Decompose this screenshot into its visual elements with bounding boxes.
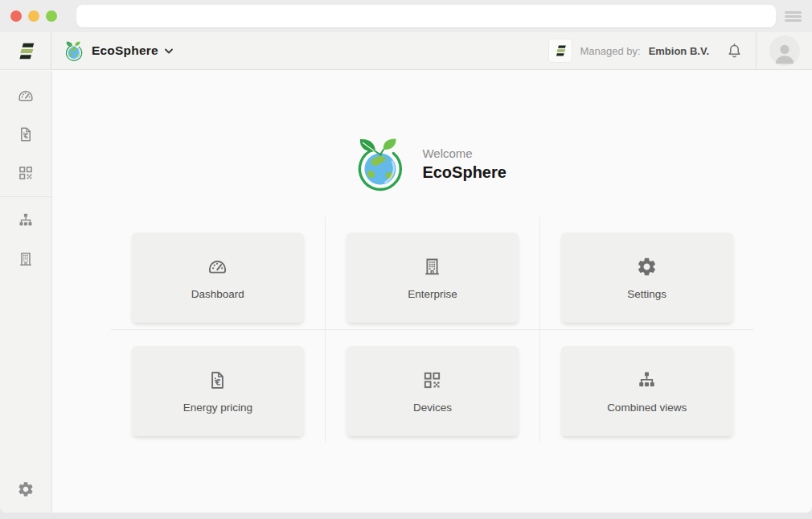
sidebar-item-combined-views[interactable]: [0, 201, 51, 240]
ecosphere-logo-icon: [64, 40, 85, 62]
tile-label: Dashboard: [191, 288, 244, 300]
tile-combined-views[interactable]: Combined views: [561, 346, 733, 436]
qr-grid-icon: [17, 164, 35, 182]
gauge-icon: [207, 256, 228, 278]
hamburger-menu-icon[interactable]: [785, 11, 802, 22]
document-euro-icon: [17, 126, 35, 143]
app-header: EcoSphere Managed by: Embion B.V.: [0, 32, 812, 70]
tile-label: Enterprise: [408, 288, 457, 300]
window-controls: [10, 10, 57, 22]
tile-devices[interactable]: Devices: [347, 346, 519, 436]
sidebar-item-enterprise[interactable]: [0, 240, 51, 278]
workspace-name: EcoSphere: [92, 43, 158, 58]
address-bar[interactable]: [76, 5, 776, 27]
welcome-greeting: Welcome: [422, 146, 506, 160]
managed-by-value: Embion B.V.: [649, 45, 709, 57]
notifications-button[interactable]: [725, 42, 744, 60]
sidebar-item-settings[interactable]: [0, 470, 51, 509]
embion-mini-logo-icon: [549, 39, 572, 62]
embion-logo-icon: [0, 32, 51, 69]
managed-by-label: Managed by:: [580, 45, 640, 57]
gear-icon: [636, 256, 658, 278]
browser-chrome: [0, 0, 812, 32]
tile-enterprise[interactable]: Enterprise: [347, 233, 519, 323]
welcome-workspace-name: EcoSphere: [422, 163, 506, 182]
tile-label: Combined views: [607, 402, 687, 414]
sidebar: [0, 71, 52, 513]
qr-grid-icon: [421, 369, 443, 391]
user-avatar[interactable]: [769, 35, 800, 66]
ecosphere-logo: [351, 135, 409, 193]
document-euro-icon: [207, 369, 228, 391]
tile-label: Settings: [627, 288, 666, 300]
tile-label: Energy pricing: [183, 402, 252, 414]
chevron-down-icon: [165, 48, 173, 54]
window-zoom-button[interactable]: [46, 10, 57, 22]
sidebar-item-dashboard[interactable]: [0, 76, 51, 115]
gauge-icon: [17, 87, 35, 105]
tile-energy-pricing[interactable]: Energy pricing: [132, 346, 304, 436]
workspace-switcher[interactable]: EcoSphere: [64, 32, 173, 69]
sitemap-icon: [636, 369, 658, 391]
window-close-button[interactable]: [10, 10, 22, 22]
tile-label: Devices: [413, 402, 452, 414]
sidebar-item-energy-pricing[interactable]: [0, 115, 51, 154]
sidebar-item-devices[interactable]: [0, 154, 51, 192]
building-icon: [421, 256, 443, 278]
person-icon: [772, 40, 798, 66]
managed-by: Managed by: Embion B.V.: [549, 39, 709, 62]
bell-icon: [725, 42, 744, 60]
quick-nav-grid: Dashboard Enterprise Settings Energy pri…: [111, 216, 754, 443]
gear-icon: [17, 480, 35, 498]
header-divider: [756, 32, 757, 69]
sitemap-icon: [17, 212, 35, 229]
tile-settings[interactable]: Settings: [561, 233, 733, 323]
browser-window: EcoSphere Managed by: Embion B.V.: [0, 0, 812, 513]
welcome-banner: Welcome EcoSphere: [351, 135, 506, 193]
window-minimize-button[interactable]: [28, 10, 39, 22]
tile-dashboard[interactable]: Dashboard: [132, 233, 304, 323]
building-icon: [17, 250, 35, 268]
main-content: Welcome EcoSphere Dashboard Enterprise: [52, 71, 812, 513]
sidebar-divider: [0, 196, 51, 197]
